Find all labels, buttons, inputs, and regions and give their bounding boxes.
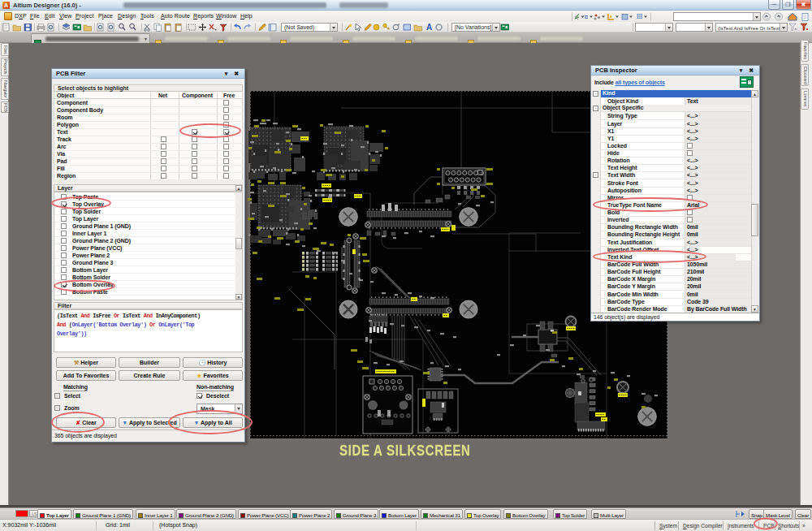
svg-text:A: A — [426, 23, 432, 32]
